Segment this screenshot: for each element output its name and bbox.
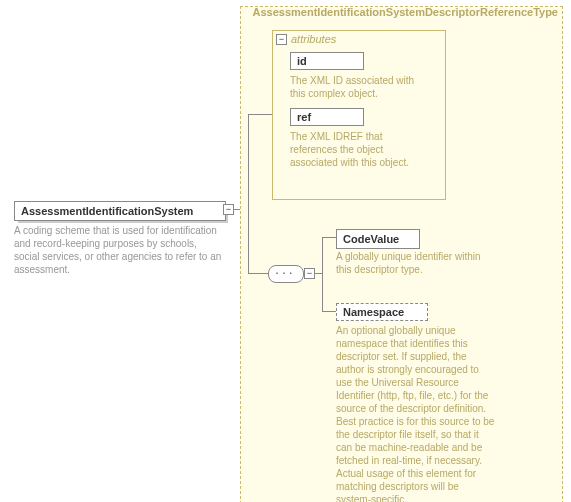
expand-toggle[interactable]: − xyxy=(223,204,234,215)
sequence-compositor[interactable] xyxy=(268,265,304,283)
connector xyxy=(248,114,272,115)
attribute-label: id xyxy=(297,55,307,67)
element-description: A globally unique identifier within this… xyxy=(336,250,486,276)
connector xyxy=(322,237,336,238)
attribute-label: ref xyxy=(297,111,311,123)
element-label: AssessmentIdentificationSystem xyxy=(21,205,193,217)
element-description: An optional globally unique namespace th… xyxy=(336,324,496,502)
attributes-label: attributes xyxy=(291,33,336,45)
collapse-icon[interactable]: − xyxy=(276,34,287,45)
element-label: Namespace xyxy=(343,306,404,318)
element-description: A coding scheme that is used for identif… xyxy=(14,224,224,276)
attribute-ref[interactable]: ref xyxy=(290,108,364,126)
connector xyxy=(322,237,323,312)
attribute-id[interactable]: id xyxy=(290,52,364,70)
element-label: CodeValue xyxy=(343,233,399,245)
connector xyxy=(322,311,336,312)
element-codevalue[interactable]: CodeValue xyxy=(336,229,420,249)
element-assessment-identification-system[interactable]: AssessmentIdentificationSystem xyxy=(14,201,226,221)
type-name: AssessmentIdentificationSystemDescriptor… xyxy=(253,6,558,18)
attribute-description: The XML ID associated with this complex … xyxy=(290,74,420,100)
element-namespace[interactable]: Namespace xyxy=(336,303,428,321)
attribute-description: The XML IDREF that references the object… xyxy=(290,130,420,169)
connector xyxy=(248,273,268,274)
connector xyxy=(314,273,322,274)
connector xyxy=(248,209,249,274)
connector xyxy=(248,114,249,209)
